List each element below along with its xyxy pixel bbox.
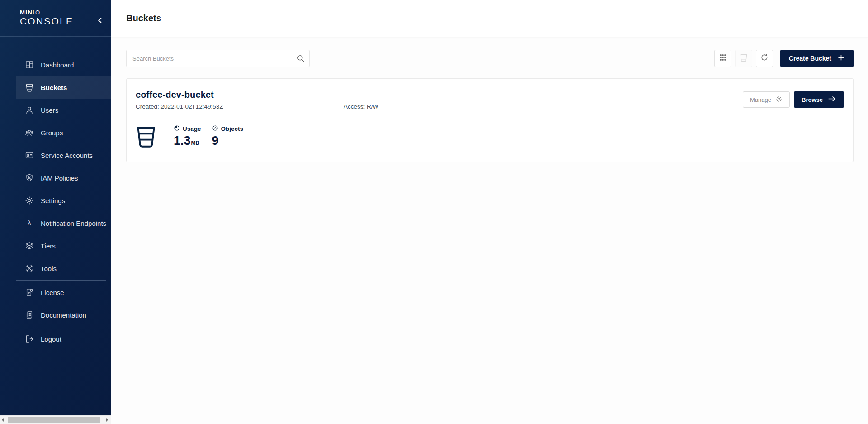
iam-policies-icon: [25, 173, 34, 182]
sidebar-item-tools[interactable]: Tools: [16, 257, 111, 280]
usage-value: 1.3MB: [174, 134, 201, 150]
page-title: Buckets: [126, 13, 161, 24]
search-input[interactable]: [126, 50, 310, 67]
usage-unit: MB: [191, 140, 200, 146]
usage-label: Usage: [183, 125, 201, 132]
page-header: Buckets: [111, 0, 868, 37]
notification-endpoints-icon: λ: [25, 219, 34, 228]
list-view-button: [735, 50, 752, 67]
content-area: Create Bucket coffee-dev-bucket Created:…: [111, 37, 868, 162]
grid-view-button[interactable]: [714, 50, 731, 67]
sidebar-item-label: Notification Endpoints: [41, 219, 106, 227]
create-bucket-label: Create Bucket: [789, 55, 831, 62]
sidebar-item-dashboard[interactable]: Dashboard: [16, 53, 111, 76]
refresh-button[interactable]: [756, 50, 773, 67]
sidebar-item-label: Tiers: [41, 242, 56, 250]
minio-logo: MINIO: [20, 10, 111, 15]
sidebar-item-label: Buckets: [41, 84, 67, 91]
buckets-icon: [25, 83, 34, 92]
sidebar-collapse-button[interactable]: [95, 17, 104, 26]
settings-icon: [25, 196, 34, 205]
sidebar-item-users[interactable]: Users: [16, 99, 111, 121]
sidebar-item-label: License: [41, 289, 64, 296]
bucket-created: Created: 2022-01-02T12:49:53Z: [136, 103, 344, 110]
bucket-card-top: coffee-dev-bucket Created: 2022-01-02T12…: [127, 79, 853, 118]
bucket-metrics: Usage 1.3MB Objects 9: [127, 118, 853, 162]
sidebar-item-label: Users: [41, 106, 58, 114]
objects-label: Objects: [221, 125, 244, 132]
sidebar-divider: [16, 327, 106, 327]
browse-button[interactable]: Browse: [794, 91, 844, 108]
sidebar-item-license[interactable]: License: [16, 281, 111, 304]
usage-pie-icon: [174, 125, 180, 133]
usage-number: 1.3: [174, 134, 191, 148]
sidebar-item-iam-policies[interactable]: IAM Policies: [16, 167, 111, 189]
groups-icon: [25, 128, 34, 137]
sidebar-item-label: Logout: [41, 335, 61, 343]
create-bucket-button[interactable]: Create Bucket: [780, 50, 854, 67]
usage-metric: Usage 1.3MB: [174, 125, 201, 150]
sidebar-item-label: Tools: [41, 265, 57, 272]
objects-metric: Objects 9: [212, 125, 244, 150]
service-accounts-icon: [25, 151, 34, 160]
objects-icon: [212, 125, 218, 133]
sidebar-item-service-accounts[interactable]: Service Accounts: [16, 144, 111, 167]
logout-icon: [25, 334, 34, 343]
grid-view-icon: [718, 53, 727, 64]
sidebar-item-documentation[interactable]: Documentation: [16, 304, 111, 326]
documentation-icon: [25, 310, 34, 319]
sidebar-item-logout[interactable]: Logout: [16, 328, 111, 350]
users-icon: [25, 105, 34, 114]
brand-bold: MIN: [20, 9, 33, 16]
plus-icon: [837, 54, 845, 63]
toolbar-actions: Create Bucket: [714, 50, 854, 67]
sidebar-item-groups[interactable]: Groups: [16, 121, 111, 144]
bucket-card: coffee-dev-bucket Created: 2022-01-02T12…: [126, 78, 854, 162]
sidebar-item-tiers[interactable]: Tiers: [16, 234, 111, 257]
scrollbar-right-arrow-icon[interactable]: [106, 418, 108, 422]
manage-button[interactable]: Manage: [743, 91, 790, 108]
search-icon: [296, 54, 305, 63]
manage-label: Manage: [750, 96, 771, 103]
main-area: Buckets: [111, 0, 868, 424]
sidebar-item-label: Documentation: [41, 311, 86, 319]
bucket-meta-row: Created: 2022-01-02T12:49:53Z Access: R/…: [136, 103, 743, 110]
horizontal-scrollbar[interactable]: [0, 415, 111, 424]
sidebar-divider: [16, 280, 106, 281]
scrollbar-left-arrow-icon[interactable]: [2, 418, 4, 422]
toolbar: Create Bucket: [126, 50, 854, 67]
gear-icon: [775, 95, 783, 104]
brand-light: IO: [33, 9, 41, 16]
refresh-icon: [760, 53, 769, 64]
sidebar-item-notification-endpoints[interactable]: λNotification Endpoints: [16, 212, 111, 234]
bucket-icon: [136, 125, 156, 149]
bucket-headings: coffee-dev-bucket Created: 2022-01-02T12…: [136, 90, 743, 110]
sidebar-item-buckets[interactable]: Buckets: [16, 76, 111, 99]
scrollbar-thumb[interactable]: [8, 417, 100, 423]
browse-label: Browse: [802, 96, 823, 103]
svg-text:λ: λ: [28, 219, 32, 227]
logo-area: MINIO CONSOLE: [0, 0, 111, 37]
dashboard-icon: [25, 60, 34, 69]
sidebar-item-label: Dashboard: [41, 61, 74, 69]
chevron-left-icon: [97, 17, 102, 25]
arrow-right-icon: [828, 95, 836, 104]
objects-metric-label-row: Objects: [212, 125, 244, 133]
sidebar-item-label: Service Accounts: [41, 152, 93, 159]
search-wrap: [126, 50, 310, 67]
objects-value: 9: [212, 134, 244, 148]
bucket-access: Access: R/W: [344, 103, 378, 110]
sidebar-item-settings[interactable]: Settings: [16, 189, 111, 212]
sidebar: MINIO CONSOLE DashboardBucketsUsersGroup…: [0, 0, 111, 424]
sidebar-item-label: Settings: [41, 197, 65, 205]
bucket-list-icon: [739, 53, 748, 64]
sidebar-item-label: Groups: [41, 129, 63, 137]
bucket-name-link[interactable]: coffee-dev-bucket: [136, 90, 743, 100]
license-icon: [25, 288, 34, 297]
tools-icon: [25, 264, 34, 273]
bucket-card-buttons: Manage Browse: [743, 91, 844, 108]
sidebar-menu: DashboardBucketsUsersGroupsService Accou…: [0, 37, 111, 424]
usage-metric-label-row: Usage: [174, 125, 201, 133]
sidebar-item-label: IAM Policies: [41, 174, 78, 182]
tiers-icon: [25, 241, 34, 250]
